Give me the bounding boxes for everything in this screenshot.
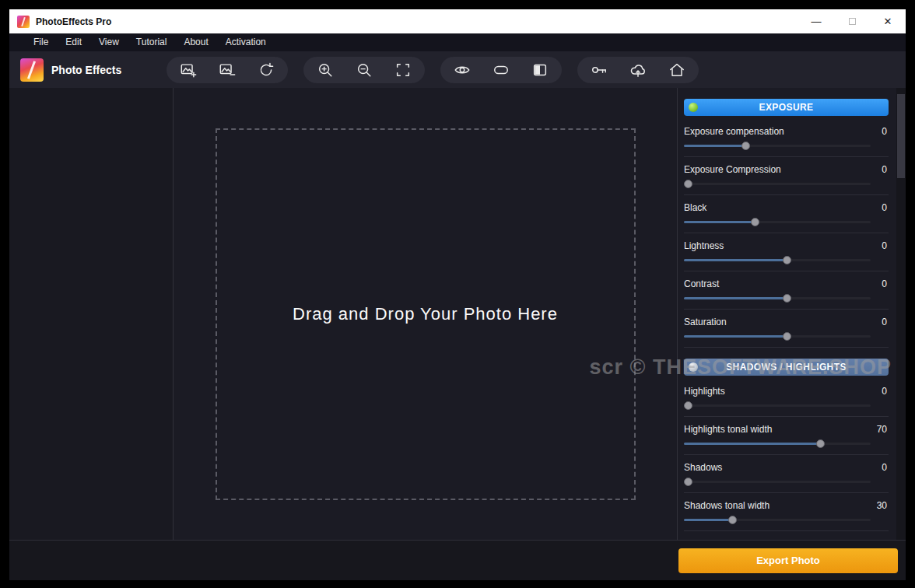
minimize-icon: — [812,16,822,27]
preview-eye-button[interactable] [453,61,472,79]
upload-cloud-button[interactable] [629,61,647,79]
slider-value: 70 [877,424,889,435]
slider-track-shadows-tonal-width[interactable] [684,519,871,521]
menu-item-about[interactable]: About [175,33,216,51]
green-sphere-icon [689,103,698,112]
menu-item-edit[interactable]: Edit [57,33,90,51]
slider-label: Black [684,202,706,213]
slider-value: 30 [877,500,889,511]
slider-row-radius: Radius40 [684,531,889,540]
slider-value: 0 [882,317,889,327]
slider-thumb-contrast[interactable] [783,294,791,303]
toolbar-group-1 [167,57,288,83]
slider-row-exposure-compression: Exposure Compression0 [684,157,889,195]
slider-thumb-exposure-compensation[interactable] [741,142,750,150]
scrollbar-thumb[interactable] [897,94,905,178]
key-icon [591,61,608,79]
slider-value: 0 [882,462,889,473]
slider-value: 0 [882,240,889,251]
preview-eye-icon [454,61,471,79]
slider-fill [684,297,787,299]
slider-row-black: Black0 [684,195,889,233]
slider-track-exposure-compensation[interactable] [684,145,871,147]
slider-fill [684,221,755,223]
export-photo-button[interactable]: Export Photo [678,548,898,573]
slider-track-lightness[interactable] [684,259,871,261]
slider-thumb-saturation[interactable] [783,332,791,341]
menu-item-tutorial[interactable]: Tutorial [128,33,176,51]
menu-item-view[interactable]: View [90,33,128,51]
remove-image-icon [219,61,236,79]
slider-thumb-exposure-compression[interactable] [684,180,692,188]
slider-thumb-shadows[interactable] [684,478,692,486]
window-controls: — ✕ [798,9,906,33]
slider-track-shadows[interactable] [684,481,871,483]
slider-label: Shadows [684,462,722,473]
slider-row-shadows-tonal-width: Shadows tonal width30 [684,493,889,531]
slider-track-saturation[interactable] [684,335,871,338]
zoom-in-icon [317,61,334,79]
remove-image-button[interactable] [218,61,237,79]
app-window: PhotoEffects Pro — ✕ FileEditViewTutoria… [9,9,906,580]
split-view-button[interactable] [531,61,549,79]
panel-shadows-highlights: SHADOWS / HIGHLIGHTSHighlights0Highlight… [684,359,889,540]
frame-button[interactable] [492,61,510,79]
slider-track-exposure-compression[interactable] [684,183,871,185]
slider-fill [684,259,787,261]
slider-label: Contrast [684,278,719,289]
gray-sphere-icon [689,362,698,372]
slider-fill [684,145,745,147]
slider-thumb-highlights[interactable] [684,401,692,410]
slider-value: 40 [877,538,889,540]
slider-value: 0 [882,164,889,175]
slider-track-highlights-tonal-width[interactable] [684,443,871,445]
reset-button[interactable] [257,61,275,79]
slider-label: Lightness [684,240,724,251]
slider-fill [684,519,732,521]
home-icon [668,61,685,79]
maximize-button[interactable] [834,9,870,33]
slider-thumb-lightness[interactable] [783,256,791,264]
slider-label: Radius [684,538,713,540]
add-image-icon [180,61,197,79]
photo-dropzone[interactable]: Drag and Drop Your Photo Here [216,128,636,500]
slider-thumb-highlights-tonal-width[interactable] [816,439,825,448]
scrollbar[interactable] [896,88,906,540]
fit-screen-icon [394,61,412,79]
slider-track-highlights[interactable] [684,404,871,407]
canvas-area: Drag and Drop Your Photo Here [174,88,677,540]
upload-cloud-icon [629,61,647,79]
close-button[interactable]: ✕ [870,9,906,33]
menu-item-activation[interactable]: Activation [217,33,275,51]
slider-label: Highlights tonal width [684,424,772,435]
slider-track-black[interactable] [684,221,871,223]
toolbar-group-4 [577,57,699,83]
slider-thumb-black[interactable] [751,218,759,226]
slider-value: 0 [882,386,889,397]
photo-list-panel [9,88,174,540]
add-image-button[interactable] [179,61,198,79]
toolbar-group-3 [440,57,562,83]
slider-row-exposure-compensation: Exposure compensation0 [684,119,889,157]
slider-label: Highlights [684,386,725,397]
menu-item-file[interactable]: File [25,33,57,51]
minimize-button[interactable]: — [798,9,834,33]
panel-header-shadows-highlights[interactable]: SHADOWS / HIGHLIGHTS [684,359,889,376]
reset-icon [258,61,275,79]
panel-header-exposure[interactable]: EXPOSURE [684,99,889,116]
slider-row-shadows: Shadows0 [684,455,889,493]
zoom-in-button[interactable] [316,61,335,79]
panel-title: SHADOWS / HIGHLIGHTS [726,362,847,373]
adjustments-panel: EXPOSUREExposure compensation0Exposure C… [677,88,906,540]
zoom-out-button[interactable] [355,61,373,79]
bottom-bar: Export Photo [9,540,906,580]
key-button[interactable] [590,61,608,79]
brand-name: Photo Effects [51,64,121,76]
window-title: PhotoEffects Pro [36,16,111,27]
slider-track-contrast[interactable] [684,297,871,299]
app-icon [17,16,30,28]
home-button[interactable] [668,61,686,79]
fit-screen-button[interactable] [394,61,412,79]
slider-thumb-shadows-tonal-width[interactable] [728,516,737,524]
slider-value: 0 [882,126,889,137]
